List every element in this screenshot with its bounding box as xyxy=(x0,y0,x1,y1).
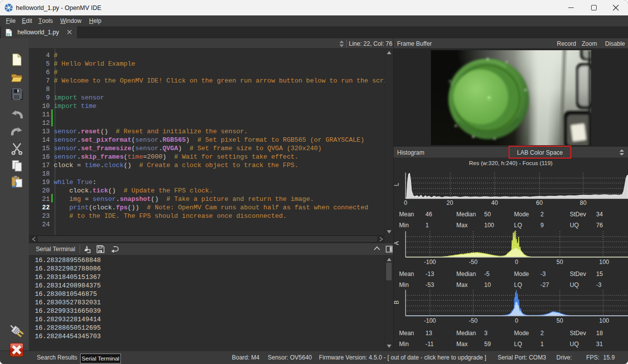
svg-text:py: py xyxy=(6,32,10,36)
